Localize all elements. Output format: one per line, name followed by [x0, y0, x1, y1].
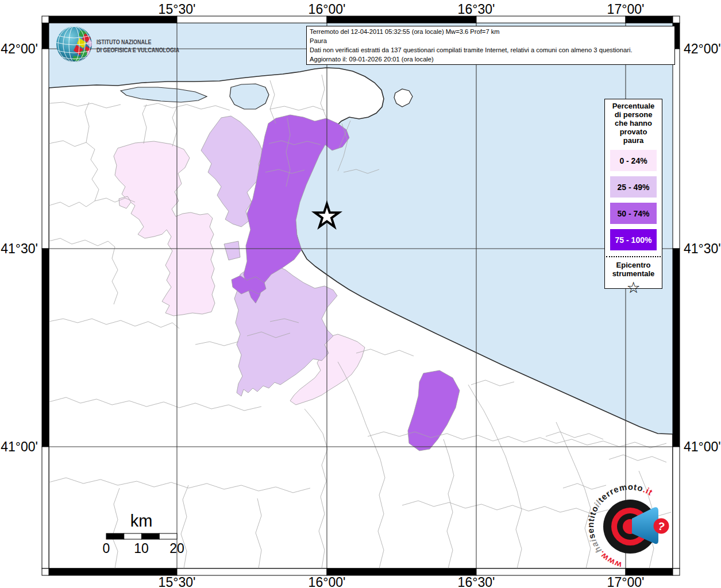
axis-left-2: 41°30'	[1, 241, 38, 256]
axis-left-1: 42°00'	[1, 41, 38, 56]
axis-top-4: 17°00'	[607, 2, 645, 17]
scale-tick-0: 0	[103, 541, 110, 556]
event-info-box: Terremoto del 12-04-2011 05:32:55 (ora l…	[306, 26, 675, 65]
axis-right-2: 41°30'	[684, 241, 721, 256]
ingv-name-line2: DI GEOFISICA E VULCANOLOGIA	[97, 47, 179, 53]
scale-tick-10: 10	[134, 541, 149, 556]
axis-bottom-4: 17°00'	[607, 575, 645, 588]
legend-divider	[606, 256, 661, 257]
scale-tick-20: 20	[169, 541, 184, 556]
event-data-note: Dati non verificati estratti da 137 ques…	[310, 45, 672, 55]
map-area	[49, 23, 673, 568]
legend-swatch-0-24: 0 - 24%	[610, 150, 657, 171]
legend-label: 25 - 49%	[617, 183, 649, 192]
legend-title-line: di persone	[605, 110, 662, 119]
macroseismic-map-page: 15°30' 16°00' 16°30' 17°00' 15°30' 16°00…	[0, 0, 721, 588]
legend-title-line: paura	[605, 136, 662, 145]
axis-top-1: 15°30'	[159, 2, 196, 17]
legend-swatch-75-100: 75 - 100%	[610, 229, 657, 250]
event-effect: Paura	[310, 36, 672, 45]
legend-label: 75 - 100%	[615, 235, 652, 245]
legend-title: Percentuale di persone che hanno provato…	[605, 102, 662, 145]
legend-title-line: che hanno	[605, 119, 662, 127]
legend-epicenter-label: Epicentro strumentale	[605, 261, 662, 278]
event-title: Terremoto del 12-04-2011 05:32:55 (ora l…	[310, 27, 672, 36]
axis-right-3: 41°00'	[684, 439, 721, 454]
ingv-name-line1: ISTITUTO NAZIONALE	[97, 38, 151, 45]
legend-star-icon: ☆	[605, 279, 662, 296]
legend-swatch-25-49: 25 - 49%	[610, 176, 657, 198]
axis-top-3: 16°30'	[458, 2, 495, 17]
axis-top-2: 16°00'	[309, 2, 346, 17]
legend-title-line: Percentuale	[605, 102, 662, 110]
legend: Percentuale di persone che hanno provato…	[604, 99, 662, 289]
axis-bottom-2: 16°00'	[309, 575, 346, 588]
axis-bottom-3: 16°30'	[458, 575, 495, 588]
axis-bottom-1: 15°30'	[159, 575, 196, 588]
axis-left-3: 41°00'	[1, 439, 38, 454]
legend-epicenter-line: Epicentro	[605, 261, 662, 269]
legend-epicenter-line: strumentale	[605, 269, 662, 278]
legend-title-line: provato	[605, 127, 662, 136]
scale-unit: km	[130, 512, 153, 530]
legend-swatch-50-74: 50 - 74%	[610, 203, 657, 224]
legend-label: 0 - 24%	[619, 156, 647, 165]
legend-label: 50 - 74%	[617, 209, 649, 218]
event-updated: Aggiornato il: 09-01-2026 20:01 (ora loc…	[310, 55, 672, 64]
axis-right-1: 42°00'	[684, 41, 721, 56]
